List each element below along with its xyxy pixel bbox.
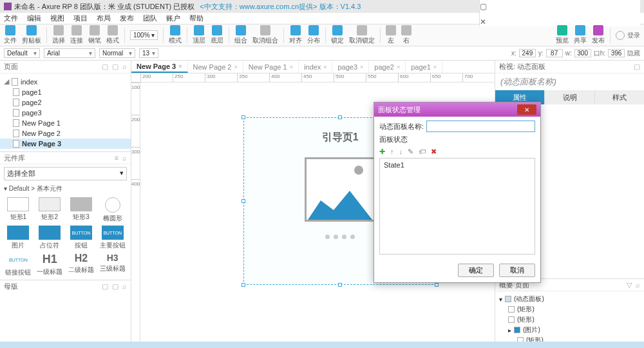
resize-handle[interactable] — [338, 283, 342, 287]
lib-h1[interactable]: H1一级标题 — [35, 253, 64, 277]
delete-state-icon[interactable]: ✖ — [431, 148, 437, 156]
coord-x[interactable]: 249 — [519, 49, 536, 57]
coord-y[interactable]: 87 — [546, 49, 563, 57]
cancel-button[interactable]: 取消 — [499, 264, 535, 277]
tb-mode[interactable]: 模式 — [169, 25, 182, 45]
taskbar[interactable] — [0, 342, 644, 348]
move-down-icon[interactable]: ↓ — [399, 148, 403, 156]
states-list[interactable]: State1 — [379, 158, 535, 255]
tb-right[interactable]: 右 — [401, 25, 412, 45]
lib-rect2[interactable]: 矩形2 — [35, 197, 64, 223]
tree-page[interactable]: New Page 1 — [0, 118, 131, 128]
outline-item[interactable]: (矩形) — [499, 314, 640, 325]
widget-name-field[interactable]: (动态面板名称) — [495, 73, 644, 90]
dialog-close-button[interactable]: ✕ — [517, 104, 536, 115]
tb-unlock[interactable]: 取消锁定 — [349, 25, 375, 45]
state-item[interactable]: State1 — [381, 160, 533, 170]
tb-share[interactable]: 共享 — [574, 25, 587, 45]
hide-link[interactable]: 隐藏 — [627, 49, 640, 58]
tb-align[interactable]: 对齐 — [289, 25, 302, 45]
dialog-titlebar[interactable]: 面板状态管理 ✕ — [374, 102, 540, 117]
outline-item[interactable]: (矩形) — [499, 304, 640, 314]
tab-notes[interactable]: 说明 — [544, 90, 594, 104]
maximize-icon[interactable]: ▢ — [480, 2, 640, 11]
menu-publish[interactable]: 发布 — [120, 14, 134, 23]
tb-select[interactable]: 选择 — [52, 25, 65, 45]
coord-h[interactable]: 396 — [608, 49, 625, 57]
outline-item[interactable]: ▸ (图片) — [499, 325, 640, 335]
lib-h3[interactable]: H3三级标题 — [98, 253, 127, 277]
tb-clipboard[interactable]: 剪贴板 — [22, 25, 41, 45]
add-master-icon[interactable]: ▢ — [102, 282, 108, 291]
tree-page[interactable]: page3 — [0, 108, 131, 118]
resize-handle[interactable] — [242, 283, 245, 287]
menu-view[interactable]: 视图 — [50, 14, 64, 23]
lib-rect3[interactable]: 矩形3 — [67, 197, 96, 223]
style-select[interactable]: Default▾ — [4, 48, 40, 58]
filter-icon[interactable]: ▽ — [627, 281, 632, 289]
master-search-icon[interactable]: ⌕ — [122, 282, 127, 291]
lib-primary-button[interactable]: BUTTON主要按钮 — [98, 226, 127, 250]
lib-rect1[interactable]: 矩形1 — [4, 197, 33, 223]
menu-team[interactable]: 团队 — [143, 14, 157, 23]
add-folder-icon[interactable]: ▢ — [112, 63, 118, 71]
lib-ellipse[interactable]: 椭圆形 — [98, 197, 127, 223]
tab-active[interactable]: New Page 3× — [131, 61, 187, 73]
move-up-icon[interactable]: ↑ — [390, 148, 394, 156]
tree-page[interactable]: New Page 2 — [0, 128, 131, 139]
add-state-icon[interactable]: ✚ — [379, 148, 385, 156]
tb-front[interactable]: 顶层 — [193, 25, 205, 45]
outline-search-icon[interactable]: ⌕ — [636, 281, 640, 289]
tb-pen[interactable]: 钢笔 — [88, 25, 101, 45]
size-select[interactable]: 13▾ — [139, 48, 158, 58]
resize-handle[interactable] — [242, 115, 245, 119]
tab[interactable]: page1× — [406, 61, 442, 73]
lib-menu-icon[interactable]: ≡ — [115, 154, 118, 162]
tab[interactable]: index× — [299, 61, 333, 73]
menu-account[interactable]: 账户 — [166, 14, 180, 23]
lib-link-button[interactable]: BUTTON链接按钮 — [4, 253, 33, 277]
search-icon[interactable]: ⌕ — [122, 63, 127, 71]
lib-h2[interactable]: H2二级标题 — [67, 253, 96, 277]
edit-icon[interactable]: 🏷 — [419, 148, 426, 156]
tree-page-selected[interactable]: New Page 3 — [0, 139, 131, 149]
tb-format[interactable]: 格式 — [106, 25, 119, 45]
tb-publish[interactable]: 发布 — [592, 25, 605, 45]
tree-page[interactable]: page2 — [0, 97, 131, 108]
zoom-select[interactable]: 100% ▾ — [130, 30, 158, 40]
menu-file[interactable]: 文件 — [4, 14, 18, 23]
tb-group[interactable]: 组合 — [234, 25, 247, 45]
tab[interactable]: page2× — [369, 61, 406, 73]
lib-search-icon[interactable]: ⌕ — [122, 154, 127, 162]
tb-file[interactable]: 文件 — [4, 25, 17, 45]
master-folder-icon[interactable]: ▢ — [112, 282, 118, 291]
tree-root[interactable]: ◢index — [0, 76, 131, 87]
lib-image[interactable]: 图片 — [4, 226, 33, 250]
weight-select[interactable]: Normal▾ — [99, 48, 135, 58]
tree-page[interactable]: page1 — [0, 87, 131, 97]
ok-button[interactable]: 确定 — [458, 264, 494, 277]
tb-connect[interactable]: 连接 — [70, 25, 83, 45]
library-breadcrumb[interactable]: ▾ Default > 基本元件 — [0, 183, 131, 195]
tab-style[interactable]: 样式 — [595, 90, 644, 104]
login-button[interactable]: 登录 — [616, 31, 640, 40]
tb-left[interactable]: 左 — [386, 25, 396, 45]
menu-project[interactable]: 项目 — [73, 14, 88, 23]
tab[interactable]: New Page 2× — [188, 61, 243, 73]
duplicate-icon[interactable]: ✎ — [408, 148, 413, 156]
collapse-icon[interactable]: ▢ — [634, 63, 640, 71]
add-page-icon[interactable]: ▢ — [102, 63, 108, 71]
font-select[interactable]: Arial▾ — [44, 48, 95, 58]
lib-button[interactable]: BUTTON按钮 — [67, 226, 96, 250]
panel-name-input[interactable] — [426, 121, 535, 132]
lib-placeholder[interactable]: 占位符 — [35, 226, 64, 250]
tb-distribute[interactable]: 分布 — [307, 25, 320, 45]
tb-preview[interactable]: 预览 — [556, 25, 569, 45]
tab[interactable]: New Page 1× — [243, 61, 299, 73]
coord-w[interactable]: 300 — [574, 49, 591, 57]
resize-handle[interactable] — [435, 283, 439, 287]
resize-handle[interactable] — [242, 199, 245, 203]
tb-lock[interactable]: 锁定 — [331, 25, 344, 45]
tab[interactable]: page3× — [332, 61, 369, 73]
menu-arrange[interactable]: 布局 — [97, 14, 111, 23]
